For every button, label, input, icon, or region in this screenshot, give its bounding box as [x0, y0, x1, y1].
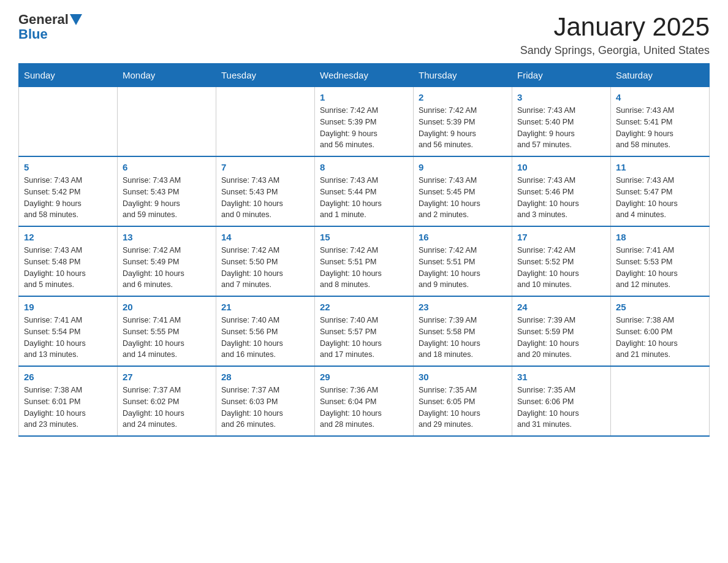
day-detail: Sunrise: 7:43 AM Sunset: 5:46 PM Dayligh…	[517, 175, 605, 221]
day-detail: Sunrise: 7:41 AM Sunset: 5:55 PM Dayligh…	[123, 315, 211, 361]
day-number: 7	[221, 162, 309, 172]
calendar-cell: 30Sunrise: 7:35 AM Sunset: 6:05 PM Dayli…	[414, 366, 512, 436]
day-number: 27	[123, 372, 211, 382]
day-number: 20	[123, 302, 211, 312]
day-number: 8	[320, 162, 408, 172]
day-detail: Sunrise: 7:42 AM Sunset: 5:51 PM Dayligh…	[320, 245, 408, 291]
day-detail: Sunrise: 7:35 AM Sunset: 6:05 PM Dayligh…	[419, 385, 507, 431]
day-number: 18	[616, 232, 704, 242]
calendar-week-row: 1Sunrise: 7:42 AM Sunset: 5:39 PM Daylig…	[19, 87, 710, 157]
logo-triangle-icon	[70, 14, 82, 26]
day-detail: Sunrise: 7:43 AM Sunset: 5:48 PM Dayligh…	[24, 245, 112, 291]
day-number: 24	[517, 302, 605, 312]
svg-marker-0	[70, 14, 82, 25]
day-detail: Sunrise: 7:37 AM Sunset: 6:02 PM Dayligh…	[123, 385, 211, 431]
day-number: 17	[517, 232, 605, 242]
weekday-header-wednesday: Wednesday	[315, 64, 414, 87]
day-detail: Sunrise: 7:43 AM Sunset: 5:43 PM Dayligh…	[221, 175, 309, 221]
day-detail: Sunrise: 7:42 AM Sunset: 5:39 PM Dayligh…	[320, 105, 408, 151]
calendar-cell: 29Sunrise: 7:36 AM Sunset: 6:04 PM Dayli…	[315, 366, 414, 436]
calendar-cell: 20Sunrise: 7:41 AM Sunset: 5:55 PM Dayli…	[118, 296, 216, 366]
day-number: 30	[419, 372, 507, 382]
day-number: 23	[419, 302, 507, 312]
day-number: 22	[320, 302, 408, 312]
calendar-cell	[611, 366, 710, 436]
day-number: 25	[616, 302, 704, 312]
day-detail: Sunrise: 7:43 AM Sunset: 5:44 PM Dayligh…	[320, 175, 408, 221]
calendar-cell: 15Sunrise: 7:42 AM Sunset: 5:51 PM Dayli…	[315, 226, 414, 296]
weekday-header-friday: Friday	[512, 64, 611, 87]
calendar-week-row: 12Sunrise: 7:43 AM Sunset: 5:48 PM Dayli…	[19, 226, 710, 296]
calendar-cell: 9Sunrise: 7:43 AM Sunset: 5:45 PM Daylig…	[414, 156, 512, 226]
day-detail: Sunrise: 7:43 AM Sunset: 5:40 PM Dayligh…	[517, 105, 605, 151]
day-number: 15	[320, 232, 408, 242]
day-number: 6	[123, 162, 211, 172]
day-number: 11	[616, 162, 704, 172]
day-detail: Sunrise: 7:42 AM Sunset: 5:49 PM Dayligh…	[123, 245, 211, 291]
calendar-cell: 3Sunrise: 7:43 AM Sunset: 5:40 PM Daylig…	[512, 87, 611, 157]
day-number: 16	[419, 232, 507, 242]
logo: General Blue	[18, 12, 82, 42]
day-number: 26	[24, 372, 112, 382]
day-number: 5	[24, 162, 112, 172]
calendar-subtitle: Sandy Springs, Georgia, United States	[520, 44, 710, 57]
calendar-cell: 8Sunrise: 7:43 AM Sunset: 5:44 PM Daylig…	[315, 156, 414, 226]
calendar-header: SundayMondayTuesdayWednesdayThursdayFrid…	[19, 64, 710, 87]
day-number: 12	[24, 232, 112, 242]
day-detail: Sunrise: 7:41 AM Sunset: 5:54 PM Dayligh…	[24, 315, 112, 361]
calendar-cell: 7Sunrise: 7:43 AM Sunset: 5:43 PM Daylig…	[216, 156, 315, 226]
calendar-week-row: 5Sunrise: 7:43 AM Sunset: 5:42 PM Daylig…	[19, 156, 710, 226]
calendar-cell	[19, 87, 118, 157]
calendar-cell: 28Sunrise: 7:37 AM Sunset: 6:03 PM Dayli…	[216, 366, 315, 436]
day-detail: Sunrise: 7:43 AM Sunset: 5:45 PM Dayligh…	[419, 175, 507, 221]
day-number: 31	[517, 372, 605, 382]
calendar-table: SundayMondayTuesdayWednesdayThursdayFrid…	[18, 63, 710, 437]
day-detail: Sunrise: 7:39 AM Sunset: 5:58 PM Dayligh…	[419, 315, 507, 361]
day-detail: Sunrise: 7:43 AM Sunset: 5:47 PM Dayligh…	[616, 175, 704, 221]
calendar-cell: 14Sunrise: 7:42 AM Sunset: 5:50 PM Dayli…	[216, 226, 315, 296]
calendar-cell: 24Sunrise: 7:39 AM Sunset: 5:59 PM Dayli…	[512, 296, 611, 366]
calendar-cell: 19Sunrise: 7:41 AM Sunset: 5:54 PM Dayli…	[19, 296, 118, 366]
calendar-cell: 4Sunrise: 7:43 AM Sunset: 5:41 PM Daylig…	[611, 87, 710, 157]
day-number: 1	[320, 92, 408, 102]
day-detail: Sunrise: 7:42 AM Sunset: 5:50 PM Dayligh…	[221, 245, 309, 291]
day-detail: Sunrise: 7:43 AM Sunset: 5:42 PM Dayligh…	[24, 175, 112, 221]
calendar-week-row: 19Sunrise: 7:41 AM Sunset: 5:54 PM Dayli…	[19, 296, 710, 366]
day-number: 21	[221, 302, 309, 312]
day-detail: Sunrise: 7:39 AM Sunset: 5:59 PM Dayligh…	[517, 315, 605, 361]
day-detail: Sunrise: 7:42 AM Sunset: 5:51 PM Dayligh…	[419, 245, 507, 291]
calendar-cell: 12Sunrise: 7:43 AM Sunset: 5:48 PM Dayli…	[19, 226, 118, 296]
calendar-title: January 2025	[520, 12, 710, 42]
weekday-header-saturday: Saturday	[611, 64, 710, 87]
calendar-cell: 5Sunrise: 7:43 AM Sunset: 5:42 PM Daylig…	[19, 156, 118, 226]
day-detail: Sunrise: 7:38 AM Sunset: 6:01 PM Dayligh…	[24, 385, 112, 431]
title-section: January 2025 Sandy Springs, Georgia, Uni…	[520, 12, 710, 57]
calendar-cell: 27Sunrise: 7:37 AM Sunset: 6:02 PM Dayli…	[118, 366, 216, 436]
weekday-header-row: SundayMondayTuesdayWednesdayThursdayFrid…	[19, 64, 710, 87]
weekday-header-tuesday: Tuesday	[216, 64, 315, 87]
day-detail: Sunrise: 7:43 AM Sunset: 5:43 PM Dayligh…	[123, 175, 211, 221]
page-header: General Blue January 2025 Sandy Springs,…	[18, 12, 710, 57]
calendar-cell: 23Sunrise: 7:39 AM Sunset: 5:58 PM Dayli…	[414, 296, 512, 366]
day-detail: Sunrise: 7:40 AM Sunset: 5:56 PM Dayligh…	[221, 315, 309, 361]
calendar-cell: 22Sunrise: 7:40 AM Sunset: 5:57 PM Dayli…	[315, 296, 414, 366]
calendar-cell: 13Sunrise: 7:42 AM Sunset: 5:49 PM Dayli…	[118, 226, 216, 296]
calendar-cell: 26Sunrise: 7:38 AM Sunset: 6:01 PM Dayli…	[19, 366, 118, 436]
day-detail: Sunrise: 7:43 AM Sunset: 5:41 PM Dayligh…	[616, 105, 704, 151]
calendar-cell: 2Sunrise: 7:42 AM Sunset: 5:39 PM Daylig…	[414, 87, 512, 157]
logo-blue-text: Blue	[18, 27, 82, 42]
calendar-cell: 16Sunrise: 7:42 AM Sunset: 5:51 PM Dayli…	[414, 226, 512, 296]
calendar-cell	[216, 87, 315, 157]
calendar-week-row: 26Sunrise: 7:38 AM Sunset: 6:01 PM Dayli…	[19, 366, 710, 436]
day-number: 10	[517, 162, 605, 172]
calendar-cell: 6Sunrise: 7:43 AM Sunset: 5:43 PM Daylig…	[118, 156, 216, 226]
calendar-cell: 11Sunrise: 7:43 AM Sunset: 5:47 PM Dayli…	[611, 156, 710, 226]
day-number: 2	[419, 92, 507, 102]
day-detail: Sunrise: 7:42 AM Sunset: 5:39 PM Dayligh…	[419, 105, 507, 151]
day-detail: Sunrise: 7:38 AM Sunset: 6:00 PM Dayligh…	[616, 315, 704, 361]
calendar-body: 1Sunrise: 7:42 AM Sunset: 5:39 PM Daylig…	[19, 87, 710, 437]
day-number: 13	[123, 232, 211, 242]
calendar-cell: 18Sunrise: 7:41 AM Sunset: 5:53 PM Dayli…	[611, 226, 710, 296]
day-number: 19	[24, 302, 112, 312]
day-detail: Sunrise: 7:42 AM Sunset: 5:52 PM Dayligh…	[517, 245, 605, 291]
